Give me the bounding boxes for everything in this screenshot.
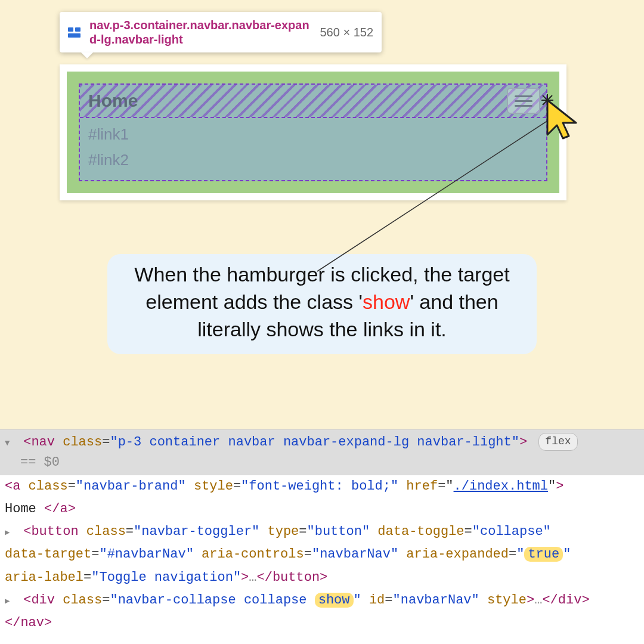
inspected-nav: Home #link1 #link2 bbox=[79, 83, 547, 181]
devtools-line-a-text[interactable]: Home </a> bbox=[0, 498, 644, 521]
devtools-selected-line[interactable]: <nav class="p-3 container navbar navbar-… bbox=[0, 430, 644, 475]
devtools-line-a[interactable]: <a class="navbar-brand" style="font-weig… bbox=[0, 475, 644, 498]
caret-icon[interactable] bbox=[5, 432, 16, 453]
tooltip-selector: nav.p-3.container.navbar.navbar-expand-l… bbox=[89, 18, 312, 47]
nav-top-row: Home bbox=[80, 85, 546, 118]
nav-link-1[interactable]: #link1 bbox=[88, 122, 538, 147]
hamburger-button[interactable] bbox=[507, 88, 540, 114]
explanation-text: When the hamburger is clicked, the targe… bbox=[107, 254, 537, 354]
inspector-tooltip: nav.p-3.container.navbar.navbar-expand-l… bbox=[60, 12, 382, 52]
nav-container: Home #link1 #link2 bbox=[67, 72, 559, 193]
eq-dollar: == $0 bbox=[5, 455, 60, 470]
cursor-icon bbox=[541, 93, 583, 141]
explain-highlight: show bbox=[363, 290, 410, 313]
devtools-line-div[interactable]: <div class="navbar-collapse collapse sho… bbox=[0, 589, 644, 612]
devtools-line-button[interactable]: <button class="navbar-toggler" type="but… bbox=[0, 521, 644, 543]
tooltip-dimensions: 560 × 152 bbox=[320, 26, 373, 39]
devtools-panel[interactable]: <nav class="p-3 container navbar navbar-… bbox=[0, 429, 644, 644]
caret-icon[interactable] bbox=[5, 590, 16, 611]
explanation: When the hamburger is clicked, the targe… bbox=[0, 254, 644, 354]
devtools-line-button-3[interactable]: aria-label="Toggle navigation">…</button… bbox=[0, 566, 644, 589]
flex-badge[interactable]: flex bbox=[538, 433, 577, 451]
page-preview: Home #link1 #link2 bbox=[60, 64, 566, 200]
brand-link[interactable]: Home bbox=[80, 86, 146, 116]
caret-icon[interactable] bbox=[5, 522, 16, 542]
layout-icon bbox=[68, 25, 82, 39]
devtools-line-button-2[interactable]: data-target="#navbarNav" aria-controls="… bbox=[0, 543, 644, 566]
devtools-line-nav-close[interactable]: </nav> bbox=[0, 612, 644, 634]
highlight-hatch bbox=[80, 85, 546, 117]
nav-links: #link1 #link2 bbox=[80, 118, 546, 180]
nav-link-2[interactable]: #link2 bbox=[88, 147, 538, 173]
